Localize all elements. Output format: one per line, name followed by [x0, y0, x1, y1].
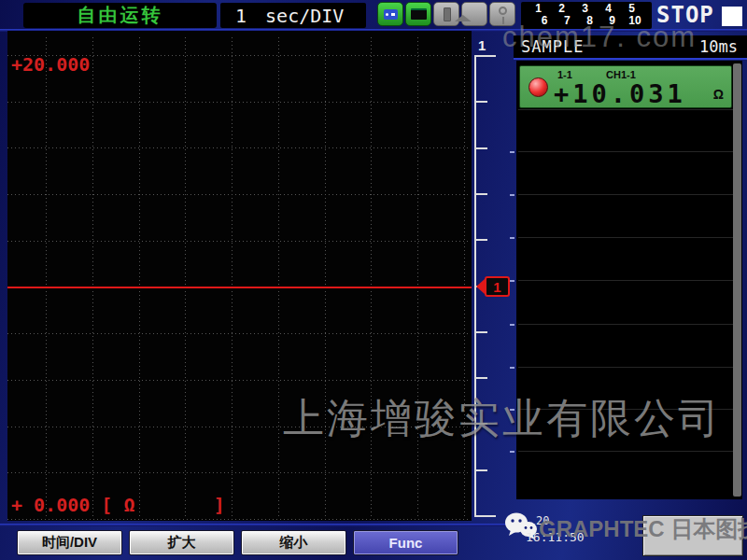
scale-tick: [474, 55, 496, 57]
channel-number: 6: [533, 15, 556, 27]
y-max-label: +20.000: [11, 53, 90, 76]
pc-icon: [461, 2, 487, 26]
channel-number: 9: [601, 15, 624, 27]
footer-divider: [0, 524, 509, 526]
channel-cursor-marker[interactable]: 1: [476, 276, 510, 297]
time-text: 16:11:50: [526, 530, 585, 544]
row-tick-mark: [510, 451, 514, 453]
row-tick-mark: [510, 280, 514, 282]
grid-vline: [278, 37, 279, 519]
grid-vline: [371, 37, 372, 519]
channel-numbers-row2: 678910: [533, 15, 646, 27]
scale-tick: [474, 101, 487, 103]
grid-hline: [7, 519, 468, 520]
input-module-icon: [377, 2, 403, 26]
grid-vline: [232, 37, 233, 519]
row-tick-mark: [510, 324, 514, 326]
channel-value: +10.031: [554, 79, 686, 108]
stop-indicator-square: [722, 7, 742, 26]
status-icon-row: [377, 2, 515, 26]
grid-hline: [7, 102, 468, 103]
timebase-panel: 1 sec/DIV: [220, 3, 366, 28]
channel-list-scrollbar[interactable]: [733, 63, 741, 497]
grid-vline: [325, 37, 326, 519]
grid-vline: [139, 37, 140, 519]
channel-number-panel: 12345 678910: [521, 2, 652, 29]
status-label: STOP: [656, 2, 714, 28]
grid-hline: [7, 147, 468, 148]
sample-label: SAMPLE: [521, 37, 584, 56]
grid-hline: [7, 194, 468, 195]
scale-top-label: 1: [478, 37, 486, 53]
grid-hline: [7, 241, 468, 242]
grid-vline: [417, 37, 418, 519]
row-tick-mark: [510, 194, 514, 196]
device-screen: 自由运转 1 sec/DIV 12345 678910 STOP SAMPLE …: [0, 0, 747, 560]
channel-row-separator: [518, 194, 733, 195]
channel-row-separator: [518, 237, 733, 238]
grid-hline: [7, 472, 468, 473]
channel-unit: Ω: [713, 87, 724, 102]
channel-row-separator: [518, 109, 733, 110]
channel-row-separator: [518, 451, 733, 452]
softkey-func[interactable]: Func: [353, 530, 458, 555]
row-tick-mark: [510, 409, 514, 411]
channel-row-separator: [518, 151, 733, 152]
record-led-icon: [529, 77, 548, 97]
channel-number: 10: [624, 15, 646, 27]
scale-tick: [474, 239, 487, 241]
grid-hline: [7, 333, 468, 334]
row-tick-mark: [510, 367, 514, 369]
scale-tick: [474, 515, 496, 517]
grid-hline: [7, 380, 468, 381]
channel-row-separator: [518, 324, 733, 325]
grid-vline: [46, 37, 47, 519]
channel-row-separator: [518, 409, 733, 410]
cursor-arrow-icon: [476, 279, 485, 294]
range-label: + 0.000 [ Ω ]: [11, 494, 225, 516]
sample-rate-bar: SAMPLE 10ms: [514, 35, 747, 60]
timebase-value: 1: [235, 5, 247, 27]
scale-tick: [474, 469, 487, 471]
softkey-time-div[interactable]: 时间/DIV: [17, 530, 122, 555]
waveform-trace: [7, 287, 472, 288]
memory-card-icon: [433, 2, 459, 26]
scale-tick: [474, 331, 487, 333]
sample-value: 10ms: [699, 37, 738, 56]
scale-tick: [474, 423, 487, 425]
mode-title-panel: 自由运转: [23, 3, 217, 28]
timebase-unit: sec/DIV: [265, 5, 344, 27]
mode-title: 自由运转: [78, 3, 163, 28]
key-lock-icon: [489, 2, 515, 26]
scale-tick: [474, 377, 487, 379]
scale-tick: [474, 193, 487, 195]
grid-vline: [92, 37, 93, 519]
waveform-chart: +20.000+ 0.000 [ Ω ]: [7, 31, 472, 521]
grid-vline: [185, 37, 186, 519]
channel-number: 3: [573, 3, 597, 15]
channel-row-separator: [518, 367, 733, 368]
channel-row-separator: [518, 280, 733, 281]
date-text: 20: [536, 514, 549, 527]
cursor-channel-number: 1: [485, 276, 510, 297]
grid-vline: [464, 37, 465, 519]
display-icon: [405, 2, 431, 26]
softkey-zoom-out[interactable]: 缩小: [241, 530, 346, 555]
channel-number: 8: [578, 15, 600, 27]
bottom-right-key[interactable]: [642, 515, 743, 556]
channel-list-panel: 1-1 CH1-1 +10.031 Ω: [516, 61, 742, 499]
scale-tick: [474, 147, 487, 149]
softkey-zoom-in[interactable]: 扩大: [129, 530, 234, 555]
active-channel-row[interactable]: 1-1 CH1-1 +10.031 Ω: [519, 65, 732, 108]
grid-hline: [7, 427, 468, 427]
channel-number: 7: [556, 15, 578, 27]
row-tick-mark: [510, 151, 514, 153]
row-tick-mark: [510, 237, 514, 239]
